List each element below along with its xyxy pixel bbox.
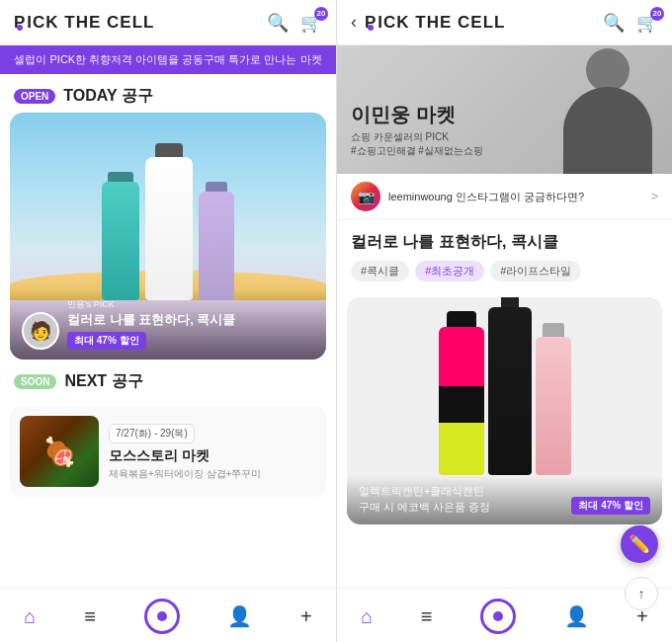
menu-icon: ≡ (84, 605, 96, 628)
soon-badge: SOON (14, 374, 56, 389)
product-section: 컬러로 나를 표현하다, 콕시클 #콕시클 #최초공개 #라이프스타일 (337, 220, 672, 297)
fab-button[interactable]: ✏️ (621, 525, 658, 563)
right-cart-badge: 20 (650, 7, 664, 21)
scroll-top-icon: ↑ (638, 586, 645, 602)
right-panel: ‹ P ICK THE CELL 🔍 🛒 20 (336, 0, 672, 642)
bottle-2 (145, 143, 193, 300)
right-logo-text: ICK THE CELL (378, 13, 505, 33)
fab-icon: ✏️ (629, 533, 650, 555)
left-header: P ICK THE CELL 🔍 🛒 20 (0, 0, 336, 45)
logo-dot (17, 25, 23, 31)
right-profile-icon: 👤 (564, 604, 589, 628)
nav-center-btn[interactable] (144, 599, 180, 634)
next-card[interactable]: 🍖 7/27(화) - 29(목) 모스스토리 마켓 제육볶음+워터에이징 삼겹… (10, 406, 326, 497)
right-menu-icon: ≡ (421, 605, 433, 628)
today-section-header: OPEN TODAY 공구 (0, 74, 336, 113)
nav-center-dot (157, 611, 167, 621)
cart-button[interactable]: 🛒 20 (300, 12, 322, 34)
celeb-header: 이민웅 마켓 쇼핑 카운셀러의 PICK #쇼핑고민해결 #실재없는쇼핑 (337, 45, 672, 174)
nav-profile[interactable]: 👤 (227, 604, 252, 628)
celeb-name: 이민웅 마켓 (351, 102, 483, 128)
header-actions: 🔍 🛒 20 (267, 12, 322, 34)
right-search-button[interactable]: 🔍 (603, 12, 625, 34)
tag-lifestyle[interactable]: #라이프스타일 (490, 261, 581, 281)
bottle-3 (199, 182, 234, 300)
instagram-arrow-icon: > (651, 190, 658, 203)
open-badge: OPEN (14, 89, 55, 104)
search-button[interactable]: 🔍 (267, 12, 289, 34)
right-nav-home[interactable]: ⌂ (361, 605, 373, 628)
logo-area: P ICK THE CELL (14, 13, 154, 33)
right-search-icon: 🔍 (603, 12, 625, 34)
celeb-tags: 쇼핑 카운셀러의 PICK #쇼핑고민해결 #실재없는쇼핑 (351, 130, 483, 158)
product-section-title: 컬러로 나를 표현하다, 콕시클 (351, 232, 658, 253)
back-button[interactable]: ‹ (351, 12, 357, 33)
logo-text: ICK THE CELL (27, 13, 154, 33)
nav-home[interactable]: ⌂ (24, 605, 36, 628)
right-nav-center-ring (480, 599, 516, 634)
plus-icon: + (300, 605, 312, 628)
right-header-left: ‹ P ICK THE CELL (351, 12, 505, 33)
scroll-top-button[interactable]: ↑ (625, 577, 658, 610)
next-section-header: SOON NEXT 공구 (0, 360, 336, 398)
next-card-info: 7/27(화) - 29(목) 모스스토리 마켓 제육볶음+워터에이징 삼겹+쭈… (109, 423, 316, 481)
nav-center-ring (144, 599, 180, 634)
next-date: 7/27(화) - 29(목) (109, 424, 195, 443)
nav-menu[interactable]: ≡ (84, 605, 96, 628)
right-nav-center-dot (493, 611, 503, 621)
cart-badge: 20 (314, 7, 328, 21)
product-tags: #콕시클 #최초공개 #라이프스타일 (351, 261, 658, 281)
sport-bottle-3 (536, 323, 571, 475)
right-cart-button[interactable]: 🛒 20 (636, 12, 658, 34)
search-icon: 🔍 (267, 12, 289, 34)
home-icon: ⌂ (24, 605, 36, 628)
right-nav-menu[interactable]: ≡ (421, 605, 433, 628)
instagram-bar[interactable]: 📷 leeminwoung 인스타그램이 궁금하다면? > (337, 174, 672, 220)
app-logo: P ICK THE CELL (14, 13, 154, 33)
sport-bottle-2 (488, 297, 532, 475)
instagram-avatar: 📷 (351, 182, 380, 211)
celeb-info: 이민웅 마켓 쇼핑 카운셀러의 PICK #쇼핑고민해결 #실재없는쇼핑 (351, 102, 483, 158)
promo-banner: 셀럽이 PICK한 취향저격 아이템을 공동구매 특가로 만나는 마켓 (0, 45, 336, 74)
product-image-area[interactable]: 일렉트릭캔틴+클래식캔틴 구매 시 에코백 사은품 증정 최대 47% 할인 (347, 297, 662, 524)
tag-coksicle[interactable]: #콕시클 (351, 261, 409, 281)
right-logo: P ICK THE CELL (365, 13, 505, 33)
product-discount-badge: 최대 47% 할인 (571, 497, 650, 515)
today-discount: 최대 47% 할인 (67, 332, 146, 350)
right-header-actions: 🔍 🛒 20 (603, 12, 658, 34)
next-product-sub: 제육볶음+워터에이징 삼겹+쭈꾸미 (109, 467, 316, 481)
right-header: ‹ P ICK THE CELL 🔍 🛒 20 (337, 0, 672, 45)
right-home-icon: ⌂ (361, 605, 373, 628)
instagram-label: leeminwoung 인스타그램이 궁금하다면? (388, 190, 643, 204)
right-nav-center[interactable] (480, 599, 516, 634)
right-logo-dot (368, 25, 374, 31)
today-avatar: 🧑 (22, 312, 59, 350)
next-product-title: 모스스토리 마켓 (109, 447, 316, 465)
tag-first-reveal[interactable]: #최초공개 (415, 261, 484, 281)
right-nav-profile[interactable]: 👤 (564, 604, 589, 628)
right-bottom-nav: ⌂ ≡ 👤 + (337, 588, 672, 642)
today-card[interactable]: 🧑 민용's PICK 컬러로 나를 표현하다, 콕시클 최대 47% 할인 (10, 113, 326, 360)
bottle-1 (102, 172, 139, 300)
logo-p: P (14, 13, 26, 33)
left-panel: P ICK THE CELL 🔍 🛒 20 셀럽이 PICK한 취향저격 아이템… (0, 0, 336, 642)
right-logo-p: P (365, 13, 377, 33)
next-card-image: 🍖 (20, 416, 99, 487)
today-heading: TODAY 공구 (63, 86, 152, 107)
right-scroll-area[interactable]: 이민웅 마켓 쇼핑 카운셀러의 PICK #쇼핑고민해결 #실재없는쇼핑 📷 l… (337, 45, 672, 588)
next-heading: NEXT 공구 (64, 371, 142, 392)
profile-icon: 👤 (227, 604, 252, 628)
nav-plus[interactable]: + (300, 605, 312, 628)
left-bottom-nav: ⌂ ≡ 👤 + (0, 588, 336, 642)
sport-bottle-1 (439, 311, 484, 475)
